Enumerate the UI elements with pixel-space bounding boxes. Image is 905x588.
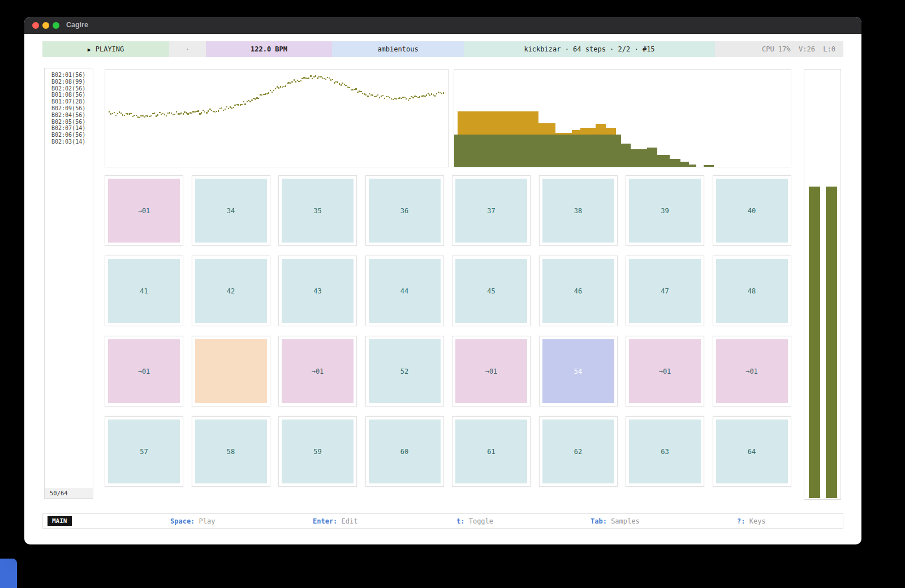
- pad-cell[interactable]: 42: [192, 256, 270, 326]
- waveform-dot: [377, 94, 378, 96]
- waveform-dot: [345, 85, 346, 86]
- key-hint: ?: Keys: [737, 517, 766, 525]
- histogram-green-segment: [680, 162, 688, 167]
- pad-cell[interactable]: →01: [278, 336, 357, 407]
- waveform-dot: [214, 111, 216, 113]
- pad-cell[interactable]: 48: [713, 256, 791, 326]
- transport-status[interactable]: ▶PLAYING: [42, 41, 169, 57]
- sample-list-item[interactable]: B02:09(56): [51, 105, 93, 112]
- pad-cell-fill: →01: [108, 179, 180, 243]
- waveform-dot: [180, 113, 182, 114]
- pad-cell[interactable]: 58: [192, 416, 270, 487]
- pad-cell[interactable]: 45: [452, 256, 531, 326]
- waveform-dot: [384, 98, 385, 99]
- sample-list-item[interactable]: B02:02(56): [51, 85, 93, 92]
- waveform-dot: [285, 85, 286, 87]
- pad-cell[interactable]: 41: [105, 256, 183, 326]
- waveform-dot: [439, 92, 441, 93]
- pad-cell[interactable]: 44: [365, 256, 444, 326]
- waveform-dot: [218, 110, 219, 111]
- pad-cell[interactable]: →01: [105, 336, 183, 407]
- pad-cell[interactable]: 34: [192, 175, 270, 246]
- session-info[interactable]: kickbizar · 64 steps · 2/2 · #15: [464, 41, 715, 57]
- waveform-dot: [402, 97, 403, 98]
- pad-cell[interactable]: 46: [539, 256, 618, 326]
- pad-cell[interactable]: 40: [713, 175, 791, 246]
- sample-list-item[interactable]: B01:07(28): [51, 98, 93, 105]
- minimize-button[interactable]: [42, 22, 49, 29]
- pad-cell-label: 54: [574, 368, 582, 375]
- pad-cell[interactable]: 62: [539, 416, 618, 487]
- waveform-dot: [187, 113, 188, 114]
- pad-cell-label: 37: [487, 207, 495, 215]
- close-button[interactable]: [32, 22, 39, 29]
- pad-cell[interactable]: 39: [626, 175, 704, 246]
- sample-list-item[interactable]: B02:04(56): [51, 112, 93, 119]
- pad-cell-label: →01: [659, 368, 671, 375]
- pad-cell[interactable]: 37: [452, 175, 531, 246]
- pad-cell[interactable]: 52: [365, 336, 444, 407]
- pad-cell[interactable]: →01: [452, 336, 531, 407]
- waveform-dot: [426, 94, 427, 96]
- waveform-dot: [412, 97, 413, 98]
- system-stats: CPU 17% V:26 L:0: [715, 41, 843, 57]
- sample-list-item[interactable]: B02:01(56): [51, 72, 93, 79]
- sample-list-item[interactable]: B02:03(14): [51, 139, 93, 145]
- pad-cell-label: →01: [138, 207, 150, 215]
- waveform-dot: [140, 115, 141, 116]
- waveform-dot: [386, 96, 387, 97]
- sample-list-item[interactable]: B02:06(56): [51, 132, 93, 139]
- sample-list-item[interactable]: B02:05(56): [51, 119, 93, 126]
- waveform-dot: [225, 109, 226, 110]
- waveform-dot: [399, 97, 400, 98]
- histogram-gold-segment: [458, 111, 538, 135]
- sample-list-item[interactable]: B02:07(14): [51, 125, 93, 132]
- titlebar[interactable]: Cagire: [24, 17, 861, 34]
- pad-cell[interactable]: 61: [452, 416, 531, 487]
- pad-cell[interactable]: →01: [626, 336, 704, 407]
- pad-cell[interactable]: 64: [713, 416, 791, 487]
- pad-cell[interactable]: →01: [105, 175, 183, 246]
- pad-cell[interactable]: 57: [105, 416, 183, 487]
- sample-list-item[interactable]: B01:08(56): [51, 92, 93, 98]
- pad-cell[interactable]: 63: [626, 416, 704, 487]
- pad-cell-fill: 61: [455, 420, 527, 483]
- pad-cell[interactable]: 38: [539, 175, 618, 246]
- waveform-dot: [211, 110, 212, 111]
- waveform-dot: [184, 111, 185, 113]
- pad-cell-label: 42: [227, 287, 235, 295]
- pad-cell[interactable]: 36: [365, 175, 444, 246]
- key-hint-key: Enter:: [313, 517, 337, 525]
- pad-cell[interactable]: 35: [278, 175, 357, 246]
- pad-cell[interactable]: →01: [713, 336, 791, 407]
- bpm-display[interactable]: 122.0 BPM: [206, 41, 332, 57]
- pad-cell[interactable]: 54: [539, 336, 618, 407]
- waveform-dot: [178, 113, 179, 114]
- waveform-dot: [241, 104, 242, 105]
- pad-cell[interactable]: 47: [626, 256, 704, 326]
- pad-cell-fill: 58: [195, 420, 267, 483]
- pad-cell-label: 61: [487, 448, 495, 456]
- pack-name[interactable]: ambientous: [332, 41, 464, 57]
- waveform-dot: [115, 115, 117, 116]
- pad-cell-fill: 34: [195, 179, 267, 243]
- key-hint-key: Tab:: [591, 517, 607, 525]
- waveform-dot: [164, 114, 165, 115]
- pad-cell-fill: 42: [195, 259, 267, 323]
- pad-cell[interactable]: 60: [365, 416, 444, 487]
- sample-list: B02:01(56)B02:08(99)B02:02(56)B01:08(56)…: [45, 68, 93, 145]
- waveform-dot: [312, 78, 313, 79]
- maximize-button[interactable]: [53, 22, 59, 29]
- histogram-green-segment: [621, 144, 631, 167]
- pad-cell-fill: 46: [542, 259, 614, 323]
- pad-cell[interactable]: 43: [278, 256, 357, 326]
- waveform-dot: [298, 81, 299, 82]
- pad-cell-label: 48: [748, 287, 756, 295]
- pad-cell[interactable]: 59: [278, 416, 357, 487]
- waveform-dot: [147, 115, 148, 116]
- pad-cell-label: 36: [400, 207, 408, 215]
- waveform-dot: [329, 77, 330, 79]
- pad-cell[interactable]: [192, 336, 270, 407]
- key-hint-action: Keys: [745, 517, 765, 525]
- sample-list-item[interactable]: B02:08(99): [51, 79, 93, 85]
